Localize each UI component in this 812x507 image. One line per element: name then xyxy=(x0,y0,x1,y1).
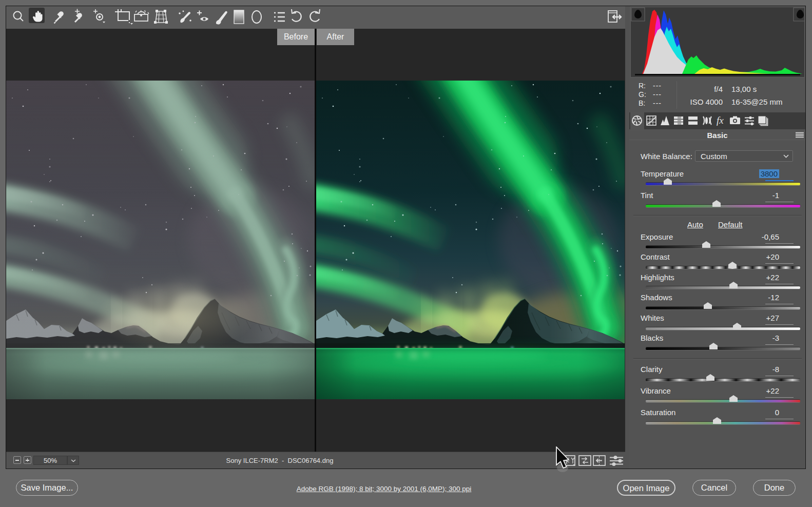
svg-text:fx: fx xyxy=(717,115,724,126)
